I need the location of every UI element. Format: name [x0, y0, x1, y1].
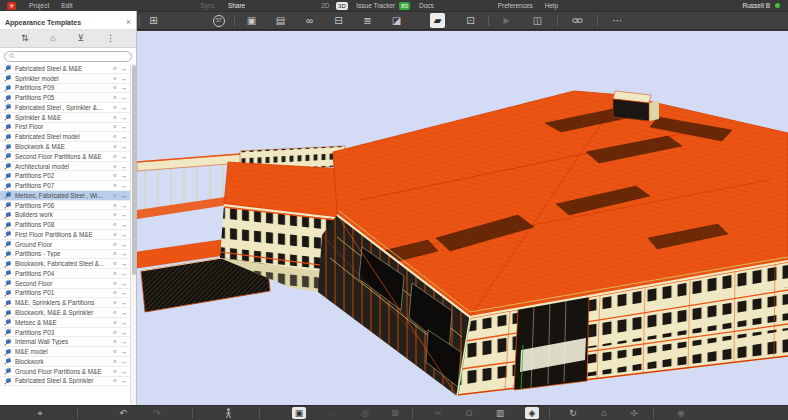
row-apply-icon[interactable]: →: [121, 241, 128, 248]
row-copy-icon[interactable]: «: [113, 338, 117, 345]
template-row[interactable]: Partitions P05 « →: [0, 93, 130, 103]
row-apply-icon[interactable]: →: [121, 123, 128, 130]
link-icon[interactable]: [570, 13, 585, 28]
template-row[interactable]: Metsec, Fabricated Steel , Wi... « →: [0, 191, 130, 201]
row-copy-icon[interactable]: «: [113, 133, 117, 140]
search-input[interactable]: [15, 52, 127, 61]
find-icon[interactable]: ∞: [302, 13, 317, 28]
print-icon[interactable]: ▣: [244, 13, 259, 28]
mode-3d-toggle[interactable]: 3D: [336, 2, 349, 10]
row-apply-icon[interactable]: →: [121, 192, 128, 199]
row-copy-icon[interactable]: «: [113, 221, 117, 228]
template-row[interactable]: Partitions P07 « →: [0, 181, 130, 191]
row-copy-icon[interactable]: «: [113, 84, 117, 91]
row-apply-icon[interactable]: →: [121, 338, 128, 345]
row-apply-icon[interactable]: →: [121, 368, 128, 375]
scrollbar[interactable]: [130, 64, 136, 405]
row-apply-icon[interactable]: →: [121, 84, 128, 91]
template-row[interactable]: Second Floor « →: [0, 279, 130, 289]
template-row[interactable]: Ground Floor Partitions & M&E « →: [0, 367, 130, 377]
template-row[interactable]: M&E model « →: [0, 347, 130, 357]
undo-icon[interactable]: ↶: [116, 407, 130, 419]
row-copy-icon[interactable]: «: [113, 289, 117, 296]
find-in-doc-icon[interactable]: ⊟: [331, 13, 346, 28]
mode-2d-toggle[interactable]: 2D: [321, 2, 329, 9]
row-copy-icon[interactable]: «: [113, 329, 117, 336]
template-row[interactable]: Partitions P04 « →: [0, 269, 130, 279]
row-copy-icon[interactable]: «: [113, 192, 117, 199]
template-row[interactable]: Fabricated Steel model « →: [0, 132, 130, 142]
views-list-icon[interactable]: ▤: [273, 13, 288, 28]
scrollbar-thumb[interactable]: [132, 65, 136, 275]
template-row[interactable]: Blockwork, M&E & Sprinkler « →: [0, 308, 130, 318]
menu-edit[interactable]: Edit: [61, 2, 72, 9]
template-row[interactable]: First Floor « →: [0, 123, 130, 133]
row-copy-icon[interactable]: «: [113, 143, 117, 150]
row-copy-icon[interactable]: «: [113, 319, 117, 326]
row-copy-icon[interactable]: «: [113, 260, 117, 267]
row-apply-icon[interactable]: →: [121, 75, 128, 82]
row-copy-icon[interactable]: «: [113, 348, 117, 355]
model-view-icon[interactable]: ▣: [292, 407, 306, 419]
row-apply-icon[interactable]: →: [121, 172, 128, 179]
row-apply-icon[interactable]: →: [121, 65, 128, 72]
row-apply-icon[interactable]: →: [121, 163, 128, 170]
search-box[interactable]: [4, 51, 132, 62]
row-copy-icon[interactable]: «: [113, 65, 117, 72]
row-copy-icon[interactable]: «: [113, 163, 117, 170]
orbit-icon[interactable]: ↻: [566, 407, 580, 419]
row-copy-icon[interactable]: «: [113, 104, 117, 111]
row-apply-icon[interactable]: →: [121, 377, 128, 384]
template-row[interactable]: Sprinkler model « →: [0, 74, 130, 84]
row-apply-icon[interactable]: →: [121, 280, 128, 287]
menu-preferences[interactable]: Preferences: [498, 2, 533, 9]
layers-icon[interactable]: ◉: [674, 407, 688, 419]
template-row[interactable]: Partitions P09 « →: [0, 84, 130, 94]
home-view-icon[interactable]: ⌂: [597, 407, 611, 419]
row-apply-icon[interactable]: →: [121, 133, 128, 140]
template-row[interactable]: Partitions - Type « →: [0, 250, 130, 260]
import-icon[interactable]: ⊻: [78, 34, 85, 43]
row-apply-icon[interactable]: →: [121, 231, 128, 238]
row-apply-icon[interactable]: →: [121, 270, 128, 277]
appearance-templates-icon[interactable]: ▰: [430, 13, 445, 28]
row-apply-icon[interactable]: →: [121, 289, 128, 296]
history-icon[interactable]: ≣: [360, 13, 375, 28]
row-apply-icon[interactable]: →: [121, 250, 128, 257]
row-copy-icon[interactable]: «: [113, 202, 117, 209]
template-row[interactable]: Partitions P01 « →: [0, 289, 130, 299]
template-row[interactable]: Internal Wall Types « →: [0, 337, 130, 347]
sort-icon[interactable]: ⇅: [21, 34, 29, 43]
row-copy-icon[interactable]: «: [113, 368, 117, 375]
row-apply-icon[interactable]: →: [121, 348, 128, 355]
paint-bucket-icon[interactable]: ◪: [389, 13, 404, 28]
row-apply-icon[interactable]: →: [121, 104, 128, 111]
template-row[interactable]: Blockwork « →: [0, 357, 130, 367]
row-copy-icon[interactable]: «: [113, 270, 117, 277]
row-copy-icon[interactable]: «: [113, 172, 117, 179]
row-copy-icon[interactable]: «: [113, 114, 117, 121]
row-apply-icon[interactable]: →: [121, 221, 128, 228]
model-viewport[interactable]: [137, 31, 788, 405]
close-icon[interactable]: ×: [126, 18, 131, 27]
home-icon[interactable]: ⌂: [50, 34, 55, 43]
row-copy-icon[interactable]: «: [113, 231, 117, 238]
row-copy-icon[interactable]: «: [113, 211, 117, 218]
row-apply-icon[interactable]: →: [121, 319, 128, 326]
row-copy-icon[interactable]: «: [113, 309, 117, 316]
template-row[interactable]: Fabricated Steel & M&E « →: [0, 64, 130, 74]
template-row[interactable]: Partitions P08 « →: [0, 220, 130, 230]
row-apply-icon[interactable]: →: [121, 309, 128, 316]
row-copy-icon[interactable]: «: [113, 153, 117, 160]
camera-icon[interactable]: ◫: [530, 13, 545, 28]
template-row[interactable]: First Floor Partitions & M&E « →: [0, 230, 130, 240]
row-copy-icon[interactable]: «: [113, 299, 117, 306]
row-copy-icon[interactable]: «: [113, 182, 117, 189]
row-apply-icon[interactable]: →: [121, 358, 128, 365]
row-apply-icon[interactable]: →: [121, 94, 128, 101]
row-copy-icon[interactable]: «: [113, 123, 117, 130]
template-row[interactable]: Ground Floor « →: [0, 240, 130, 250]
template-row[interactable]: Blockwork & M&E « →: [0, 142, 130, 152]
row-apply-icon[interactable]: →: [121, 329, 128, 336]
locate-icon[interactable]: ⌖: [33, 407, 47, 419]
